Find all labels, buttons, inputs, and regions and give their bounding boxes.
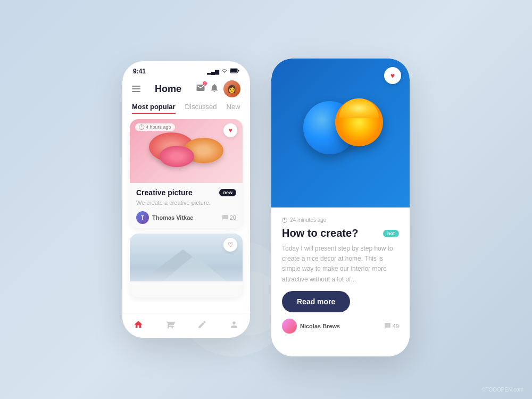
article-section: 24 minutes ago How to create? hot Today … [271, 207, 410, 356]
status-time: 9:41 [133, 68, 146, 75]
bottom-author-row: Nicolas Brews 49 [282, 319, 399, 334]
svg-rect-1 [230, 69, 237, 72]
tabs-bar: Most popular Discussed New [122, 103, 250, 119]
card-image-1: 4 hours ago ♥ [130, 119, 243, 183]
signal-icon: ▂▄▆ [207, 69, 219, 74]
card-title-1: Creative picture [136, 188, 193, 197]
messages-badge: 2 [202, 81, 207, 86]
card-author-row-1: T Thomas Vitkac 20 [136, 211, 236, 224]
article-time: 24 minutes ago [290, 217, 326, 223]
nav-profile[interactable] [229, 320, 239, 329]
article-title-row: How to create? hot [282, 227, 399, 239]
messages-button[interactable]: 2 [196, 83, 205, 95]
battery-icon [230, 68, 239, 74]
article-card-2[interactable]: ♡ [130, 234, 243, 297]
nav-edit[interactable] [197, 320, 207, 329]
orange-slice-inner [339, 98, 379, 118]
orange-slice [335, 98, 383, 146]
author-avatar-1: T [136, 211, 149, 224]
tab-most-popular[interactable]: Most popular [132, 103, 176, 114]
user-avatar[interactable]: 👩 [223, 80, 240, 97]
mountain-fog [130, 268, 243, 281]
avatar-image: 👩 [223, 80, 240, 97]
badge-hot: hot [383, 230, 399, 237]
read-more-button[interactable]: Read more [282, 291, 350, 312]
comment-number-1: 20 [230, 214, 236, 221]
card-time-1: 4 hours ago [135, 123, 175, 131]
article-comment-number: 49 [393, 323, 399, 329]
hero-image-section: ♥ [271, 59, 410, 207]
phone-right: ♥ 24 minutes ago How to create? hot Toda… [271, 59, 410, 356]
clock-icon [139, 124, 144, 130]
svg-rect-2 [238, 70, 239, 72]
card-image-2: ♡ [130, 234, 243, 297]
hamburger-menu[interactable] [132, 86, 140, 92]
card-body-1: Creative picture new We create a creativ… [130, 183, 243, 228]
author-name-1: Thomas Vitkac [152, 214, 193, 221]
author-info-1: T Thomas Vitkac [136, 211, 193, 224]
article-title: How to create? [282, 227, 358, 239]
status-bar: 9:41 ▂▄▆ [122, 61, 250, 78]
badge-new: new [219, 189, 236, 196]
card-heart-1[interactable]: ♥ [223, 123, 237, 137]
article-card-1[interactable]: 4 hours ago ♥ Creative picture new We cr… [130, 119, 243, 228]
status-icons: ▂▄▆ [207, 68, 239, 74]
tab-new[interactable]: New [227, 103, 240, 114]
phone-header: Home 2 👩 [122, 78, 250, 103]
watermark: ©TOOOPEN.com [481, 387, 523, 393]
nav-home[interactable] [134, 320, 143, 329]
page-title: Home [155, 84, 181, 95]
header-actions: 2 👩 [196, 80, 240, 97]
notifications-button[interactable] [210, 83, 219, 95]
wifi-icon [221, 68, 228, 74]
article-author-name: Nicolas Brews [300, 323, 340, 329]
nav-cart[interactable] [165, 320, 175, 329]
card-description-1: We create a creative picture. [136, 199, 236, 207]
article-author-avatar [282, 319, 297, 334]
phone-content: 4 hours ago ♥ Creative picture new We cr… [122, 119, 250, 313]
comment-count-1: 20 [222, 214, 236, 221]
card-title-row-1: Creative picture new [136, 188, 236, 197]
article-clock-icon [282, 218, 287, 223]
bottom-nav [122, 313, 250, 338]
tab-discussed[interactable]: Discussed [185, 103, 217, 114]
phone-left: 9:41 ▂▄▆ Home [122, 61, 250, 338]
article-body: Today I will present step by step how to… [282, 244, 399, 285]
article-meta: 24 minutes ago [282, 217, 399, 223]
right-heart-button[interactable]: ♥ [384, 67, 401, 84]
article-comment-count: 49 [384, 322, 399, 329]
article-author-info: Nicolas Brews [282, 319, 340, 334]
